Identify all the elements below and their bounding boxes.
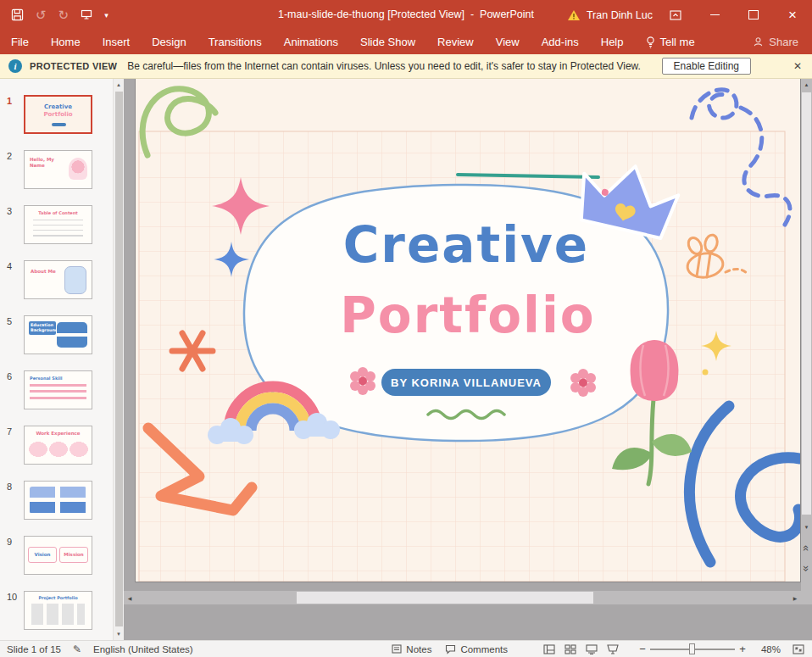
account-info[interactable]: Tran Dinh Luc [567, 9, 653, 21]
slide-thumbnail-1[interactable]: 1CreativePortfolio [0, 95, 113, 134]
thumbnail-scroll-up-icon[interactable]: ▲ [114, 79, 124, 91]
previous-slide-button[interactable]: « [801, 538, 812, 557]
slide-1[interactable]: Creative Portfolio BY KORINA VILLANUEVA [136, 79, 800, 582]
tab-transitions[interactable]: Transitions [197, 30, 273, 54]
redo-icon[interactable]: ↻ [58, 8, 70, 21]
slide-thumbnail-4[interactable]: 4About Me [0, 260, 113, 299]
comments-button[interactable]: Comments [438, 641, 514, 657]
vertical-scrollbar[interactable]: ▲ ▼ « » [801, 79, 812, 604]
tab-design[interactable]: Design [141, 30, 197, 54]
ribbon: FileHomeInsertDesignTransitionsAnimation… [0, 30, 812, 54]
zoom-out-button[interactable]: − [635, 641, 650, 657]
zoom-in-button[interactable]: + [735, 641, 750, 657]
thumbnail-title: Vision [28, 547, 57, 563]
slideshow-view-button[interactable] [602, 641, 623, 657]
protected-view-message-bar: i PROTECTED VIEW Be careful—files from t… [0, 54, 812, 79]
horizontal-scrollbar[interactable]: ◀ ▶ [124, 591, 801, 604]
scroll-up-icon[interactable]: ▲ [801, 79, 812, 91]
tab-insert[interactable]: Insert [92, 30, 142, 54]
comments-label: Comments [460, 644, 508, 654]
normal-view-button[interactable] [538, 641, 559, 657]
thumbnail-scrollbar[interactable]: ▲ ▼ [113, 79, 124, 640]
tab-view[interactable]: View [485, 30, 531, 54]
thumbnail-preview: Work Experience [25, 426, 92, 464]
thumbnail-title: Table of Content [25, 210, 92, 215]
slide-thumbnail-frame: CreativePortfolio [24, 95, 92, 134]
tab-file[interactable]: File [0, 30, 40, 54]
language-status[interactable]: English (United States) [93, 644, 193, 654]
slide-thumbnail-frame: Hello, My Name [24, 150, 92, 189]
tell-me-label: Tell me [660, 36, 695, 48]
thumbnail-scroll-down-icon[interactable]: ▼ [114, 628, 124, 640]
slide-counter[interactable]: Slide 1 of 15 [7, 644, 61, 654]
message-bar-close-icon[interactable]: ✕ [790, 60, 805, 72]
info-icon: i [8, 59, 22, 73]
tab-slide-show[interactable]: Slide Show [349, 30, 426, 54]
minimize-button[interactable] [695, 0, 734, 30]
slide-sorter-view-button[interactable] [559, 641, 581, 657]
thumbnail-decoration [69, 158, 87, 180]
reading-view-button[interactable] [581, 641, 602, 657]
close-button[interactable]: × [773, 0, 812, 30]
tab-help[interactable]: Help [590, 30, 635, 54]
zoom-level[interactable]: 48% [750, 644, 781, 654]
share-button[interactable]: Share [739, 36, 812, 48]
slide-thumbnail-frame: Project Portfolio [24, 591, 92, 630]
next-slide-button[interactable]: » [801, 559, 812, 577]
slide-number: 7 [7, 426, 12, 437]
thumbnail-scrollbar-thumb[interactable] [115, 92, 123, 626]
notes-button[interactable]: Notes [385, 641, 438, 657]
customize-qat-dropdown-icon[interactable]: ▾ [104, 11, 108, 19]
slide-thumbnail-8[interactable]: 8 [0, 481, 113, 520]
person-icon [753, 36, 764, 47]
tab-add-ins[interactable]: Add-ins [531, 30, 590, 54]
vertical-scrollbar-thumb[interactable] [802, 92, 811, 515]
message-bar-title: PROTECTED VIEW [30, 61, 117, 71]
status-bar-right: Notes Comments [385, 641, 812, 657]
slide-thumbnail-frame [24, 481, 92, 520]
byline-text: BY KORINA VILLANUEVA [391, 376, 542, 389]
slide-thumbnail-2[interactable]: 2Hello, My Name [0, 150, 113, 189]
slide-title-line1: Creative [343, 216, 589, 274]
ribbon-display-options-icon[interactable] [670, 10, 681, 20]
thumbnail-preview [25, 482, 92, 519]
tab-animations[interactable]: Animations [273, 30, 349, 54]
tell-me-button[interactable]: Tell me [635, 36, 706, 48]
horizontal-scrollbar-thumb[interactable] [297, 592, 593, 604]
thumbnail-title: Hello, My Name [30, 157, 64, 169]
next-slide-icon: » [800, 565, 812, 571]
touch-mouse-mode-icon[interactable] [81, 9, 92, 20]
thumbnail-title: Creative [25, 103, 91, 111]
slide-thumbnail-9[interactable]: 9VisionMission [0, 536, 113, 575]
slide-thumbnail-10[interactable]: 10Project Portfolio [0, 591, 113, 630]
slide-thumbnail-5[interactable]: 5Education Background [0, 315, 113, 354]
slide-thumbnail-7[interactable]: 7Work Experience [0, 426, 113, 465]
zoom-slider[interactable] [650, 641, 735, 657]
notes-label: Notes [406, 644, 431, 654]
slide-canvas: Creative Portfolio BY KORINA VILLANUEVA [136, 79, 800, 582]
fit-slide-to-window-button[interactable] [787, 641, 809, 657]
restore-button[interactable] [734, 0, 773, 30]
zoom-slider-thumb[interactable] [689, 643, 695, 654]
thumbnail-preview: Hello, My Name [25, 151, 92, 188]
lightbulb-icon [646, 36, 655, 48]
thumbnail-decoration [30, 384, 86, 403]
scroll-right-icon[interactable]: ▶ [789, 591, 801, 604]
slide-thumbnail-6[interactable]: 6Personal Skill [0, 370, 113, 409]
tab-home[interactable]: Home [40, 30, 92, 54]
quick-access-toolbar: ↺ ↻ ▾ [0, 0, 108, 30]
tab-review[interactable]: Review [426, 30, 485, 54]
thumbnail-decoration [31, 604, 85, 625]
scroll-down-icon[interactable]: ▼ [801, 521, 812, 533]
slide-thumbnail-3[interactable]: 3Table of Content [0, 205, 113, 244]
proofing-icon[interactable]: ✎ [73, 643, 81, 655]
undo-icon[interactable]: ↺ [36, 8, 47, 21]
save-icon[interactable] [11, 8, 24, 21]
scroll-left-icon[interactable]: ◀ [124, 591, 136, 604]
enable-editing-button[interactable]: Enable Editing [662, 58, 751, 75]
slide-number: 5 [7, 316, 12, 326]
status-bar-left: Slide 1 of 15 ✎ English (United States) [0, 643, 193, 655]
slide-number: 9 [7, 537, 12, 547]
share-label: Share [769, 36, 798, 48]
thumbnail-title: About Me [31, 269, 59, 275]
